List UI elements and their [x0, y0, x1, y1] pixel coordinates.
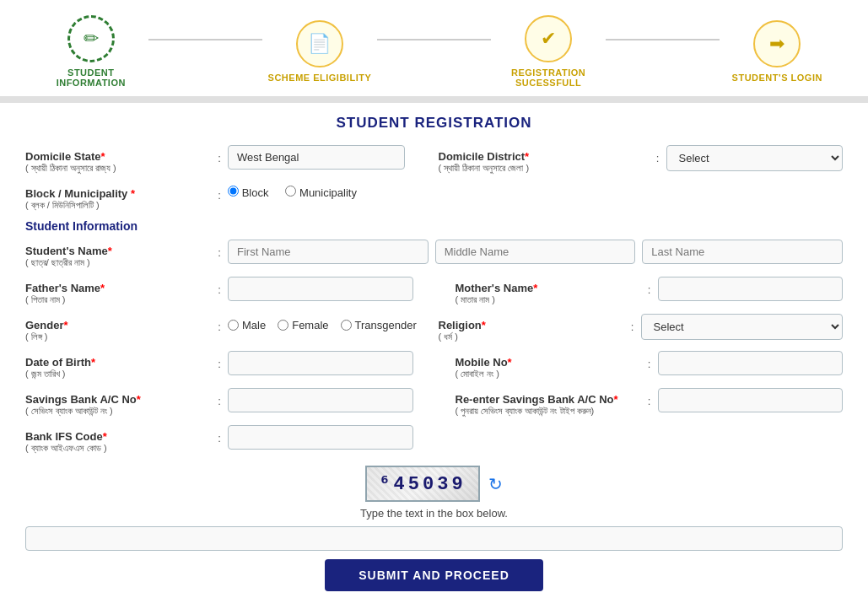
- male-radio-label[interactable]: Male: [228, 319, 266, 331]
- captcha-input[interactable]: [25, 526, 843, 551]
- fathers-name-sublabel: ( পিতার নাম ): [25, 294, 211, 305]
- block-radio-label[interactable]: Block: [228, 186, 268, 199]
- domicile-district-label: Domicile District: [439, 150, 526, 163]
- savings-ac-input[interactable]: [228, 388, 413, 412]
- savings-label-group: Savings Bank A/C No* ( সেভিংস ব্যাংক আকা…: [25, 388, 211, 417]
- female-label: Female: [292, 319, 328, 331]
- captcha-refresh-icon[interactable]: ↻: [488, 474, 503, 494]
- step-label-1: STUDENT INFORMATION: [34, 67, 148, 88]
- fathers-name-input[interactable]: [228, 277, 413, 301]
- ifs-row: Bank IFS Code* ( ব্যাংক আইএফএস কোড ) :: [25, 425, 843, 454]
- ifs-label-group: Bank IFS Code* ( ব্যাংক আইএফএস কোড ): [25, 425, 211, 454]
- form-title: STUDENT REGISTRATION: [25, 115, 843, 132]
- sep3: :: [211, 182, 228, 202]
- block-muni-options: Block Municipality: [228, 182, 843, 199]
- form-section: STUDENT REGISTRATION Domicile State* ( স…: [0, 103, 868, 598]
- savings-row: Savings Bank A/C No* ( সেভিংস ব্যাংক আকা…: [25, 388, 843, 417]
- dob-input[interactable]: [228, 351, 413, 375]
- step-circle-3: ✔: [525, 15, 572, 62]
- block-municipality-row: Block / Municipality * ( ব্লক / মিউনিসিপ…: [25, 182, 843, 211]
- step-label-2: SCHEME ELIGIBILITY: [268, 73, 372, 83]
- domicile-state-input-wrap: [228, 145, 405, 170]
- transgender-radio-label[interactable]: Transgender: [341, 319, 417, 331]
- dob-input-wrap: [228, 351, 413, 375]
- captcha-area: ⁶45039 ↻ Type the text in the box below.: [25, 466, 843, 551]
- step-label-4: STUDENT'S LOGIN: [732, 73, 822, 83]
- block-muni-label: Block / Municipality: [25, 187, 127, 200]
- reenter-savings-label-group: Re-enter Savings Bank A/C No* ( পুনরায় …: [456, 388, 641, 417]
- sep1: :: [211, 145, 228, 164]
- reenter-savings-input-wrap: [658, 388, 844, 412]
- sep2: :: [650, 145, 666, 164]
- domicile-state-label-group: Domicile State* ( স্থায়ী ঠিকানা অনুসারে…: [25, 145, 211, 174]
- reenter-savings-sublabel: ( পুনরায় সেভিংস ব্যাংক আকাউন্ট নং টাইপ …: [456, 406, 641, 417]
- mothers-name-input-wrap: [658, 277, 844, 301]
- fathers-name-label-group: Father's Name* ( পিতার নাম ): [25, 277, 211, 305]
- savings-sublabel: ( সেভিংস ব্যাংক আকাউন্ট নং ): [25, 406, 211, 417]
- domicile-row: Domicile State* ( স্থায়ী ঠিকানা অনুসারে…: [25, 145, 843, 174]
- step-circle-1: ✏: [67, 15, 115, 62]
- mothers-name-label-group: Mother's Name* ( মাতার নাম ): [456, 277, 641, 305]
- stepper: ✏ STUDENT INFORMATION 📄 SCHEME ELIGIBILI…: [0, 0, 868, 96]
- dob-mobile-row: Date of Birth* ( জন্ম তারিখ ) : Mobile N…: [25, 351, 843, 380]
- step-circle-4: ➡: [753, 20, 801, 67]
- gender-options-wrap: Male Female Transgender: [228, 314, 430, 331]
- religion-select[interactable]: Select Hindu Muslim Christian Others: [641, 314, 844, 340]
- step-circle-2: 📄: [296, 20, 343, 67]
- male-label: Male: [242, 319, 266, 331]
- savings-input-wrap: [228, 388, 413, 412]
- parents-name-row: Father's Name* ( পিতার নাম ) : Mother's …: [25, 277, 843, 305]
- block-radio[interactable]: [228, 186, 239, 197]
- step-line-2: [377, 39, 492, 40]
- step-student-info: ✏ STUDENT INFORMATION: [34, 15, 148, 88]
- middle-name-input[interactable]: [435, 240, 636, 264]
- female-radio[interactable]: [278, 320, 288, 331]
- submit-button[interactable]: SUBMIT AND PROCEED: [325, 559, 543, 591]
- mobile-input[interactable]: [658, 351, 844, 375]
- students-name-row: Student's Name* ( ছাত্র/ ছাত্রীর নাম ) :: [25, 240, 843, 268]
- municipality-radio-label[interactable]: Municipality: [285, 186, 357, 199]
- mobile-sublabel: ( মোবাইল নং ): [456, 369, 641, 380]
- step-scheme: 📄 SCHEME ELIGIBILITY: [262, 20, 377, 83]
- students-name-sublabel: ( ছাত্র/ ছাত্রীর নাম ): [25, 257, 211, 268]
- captcha-hint: Type the text in the box below.: [360, 507, 508, 520]
- ifs-sublabel: ( ব্যাংক আইএফএস কোড ): [25, 443, 211, 454]
- first-name-input[interactable]: [228, 240, 429, 264]
- domicile-state-sublabel: ( স্থায়ী ঠিকানা অনুসারে রাজ্য ): [25, 163, 211, 174]
- municipality-option-text: Municipality: [299, 186, 357, 199]
- name-inputs: [228, 240, 843, 264]
- domicile-district-select[interactable]: Select North 24 Parganas South 24 Pargan…: [666, 145, 844, 171]
- religion-label-group: Religion* ( ধর্ম ): [439, 314, 624, 342]
- reenter-savings-input[interactable]: [658, 388, 844, 412]
- step-login: ➡ STUDENT'S LOGIN: [720, 20, 834, 83]
- mothers-name-sublabel: ( মাতার নাম ): [456, 294, 641, 305]
- transgender-label: Transgender: [355, 319, 417, 331]
- step-line-1: [148, 39, 263, 40]
- block-option-text: Block: [242, 186, 269, 199]
- step-label-3: REGISTRATION SUCESSFULL: [491, 67, 606, 88]
- domicile-district-wrap: Select North 24 Parganas South 24 Pargan…: [666, 145, 844, 171]
- page-wrapper: ✏ STUDENT INFORMATION 📄 SCHEME ELIGIBILI…: [0, 0, 868, 598]
- domicile-state-input[interactable]: [228, 145, 405, 170]
- mobile-input-wrap: [658, 351, 844, 375]
- step-line-3: [606, 39, 720, 40]
- female-radio-label[interactable]: Female: [278, 319, 328, 331]
- mothers-name-input[interactable]: [658, 277, 844, 301]
- domicile-district-sublabel: ( স্থায়ী ঠিকানা অনুসারে জেলা ): [439, 163, 650, 174]
- dob-sublabel: ( জন্ম তারিখ ): [25, 369, 211, 380]
- ifs-input-wrap: [228, 425, 413, 450]
- students-name-label-group: Student's Name* ( ছাত্র/ ছাত্রীর নাম ): [25, 240, 211, 268]
- dob-label-group: Date of Birth* ( জন্ম তারিখ ): [25, 351, 211, 380]
- gender-label-group: Gender* ( লিঙ্গ ): [25, 314, 211, 342]
- municipality-radio[interactable]: [285, 186, 296, 197]
- captcha-box: ⁶45039 ↻: [365, 466, 502, 502]
- gender-religion-row: Gender* ( লিঙ্গ ) : Male Female: [25, 314, 843, 342]
- fathers-name-input-wrap: [228, 277, 413, 301]
- transgender-radio[interactable]: [341, 320, 352, 331]
- male-radio[interactable]: [228, 320, 239, 331]
- last-name-input[interactable]: [642, 240, 843, 264]
- religion-sublabel: ( ধর্ম ): [439, 331, 624, 342]
- student-info-header: Student Information: [25, 219, 843, 233]
- mobile-label-group: Mobile No* ( মোবাইল নং ): [456, 351, 641, 380]
- ifs-input[interactable]: [228, 425, 413, 450]
